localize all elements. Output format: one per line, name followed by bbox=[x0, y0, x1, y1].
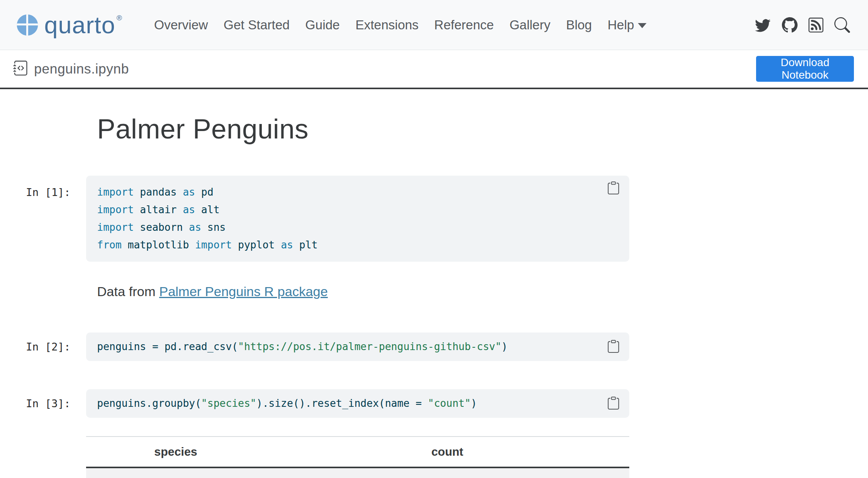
code-token: pandas bbox=[134, 186, 183, 198]
table-header-row: species count bbox=[86, 437, 629, 467]
nav-item-help-label: Help bbox=[607, 18, 634, 32]
code-token: "count" bbox=[428, 397, 471, 409]
column-header-species: species bbox=[86, 437, 265, 467]
nav-item-help[interactable]: Help bbox=[600, 18, 654, 32]
nav-item-gallery[interactable]: Gallery bbox=[502, 18, 558, 32]
code-token: pd bbox=[195, 186, 213, 198]
nav-item-get-started[interactable]: Get Started bbox=[216, 18, 297, 32]
code-block: penguins = pd.read_csv("https://pos.it/p… bbox=[86, 332, 629, 361]
code-token: import bbox=[97, 204, 134, 216]
cell-execution-count: In [3]: bbox=[0, 395, 70, 412]
code-token: altair bbox=[134, 204, 183, 216]
code-token: pyplot bbox=[232, 239, 281, 251]
code-token: alt bbox=[195, 204, 220, 216]
github-icon[interactable] bbox=[782, 17, 798, 33]
code-token: from bbox=[97, 239, 122, 251]
navbar-icon-group bbox=[755, 17, 850, 33]
journal-code-icon bbox=[13, 61, 28, 77]
code-token: sns bbox=[201, 221, 226, 233]
code-token: plt bbox=[293, 239, 318, 251]
code-token: ).size().reset_index(name = bbox=[256, 397, 428, 409]
nav-item-extensions[interactable]: Extensions bbox=[348, 18, 426, 32]
nav-item-reference[interactable]: Reference bbox=[427, 18, 502, 32]
code-token: import bbox=[195, 239, 232, 251]
dataframe-output: species count bbox=[86, 436, 629, 478]
twitter-icon[interactable] bbox=[755, 17, 771, 33]
code-token: import bbox=[97, 221, 134, 233]
code-token: as bbox=[183, 204, 195, 216]
copy-code-button[interactable] bbox=[607, 181, 620, 196]
code-token: import bbox=[97, 186, 134, 198]
code-content: penguins.groupby("species").size().reset… bbox=[97, 395, 618, 412]
data-source-paragraph: Data from Palmer Penguins R package bbox=[97, 284, 629, 299]
quarto-docs-page: quarto ® Overview Get Started Guide Exte… bbox=[0, 0, 868, 478]
copy-code-button[interactable] bbox=[607, 397, 620, 411]
search-icon[interactable] bbox=[834, 17, 850, 33]
notebook-cell: In [3]: penguins.groupby("species").size… bbox=[86, 389, 629, 418]
quarto-globe-icon bbox=[17, 14, 38, 36]
table-cell bbox=[265, 467, 629, 478]
notebook-content: Palmer Penguins In [1]: import pandas as… bbox=[86, 114, 629, 478]
code-token: as bbox=[189, 221, 201, 233]
notebook-cell: In [2]: penguins = pd.read_csv("https://… bbox=[86, 332, 629, 361]
code-token: "species" bbox=[201, 397, 256, 409]
code-token: matplotlib bbox=[122, 239, 195, 251]
cell-execution-count: In [1]: bbox=[0, 183, 70, 201]
table-row bbox=[86, 467, 629, 478]
notebook-cell: In [1]: import pandas as pd import altai… bbox=[86, 176, 629, 262]
code-token: as bbox=[183, 186, 195, 198]
code-token: ) bbox=[471, 397, 477, 409]
nav-item-guide[interactable]: Guide bbox=[297, 18, 348, 32]
rss-icon[interactable] bbox=[809, 18, 823, 32]
nav-item-overview[interactable]: Overview bbox=[146, 18, 216, 32]
page-title: Palmer Penguins bbox=[97, 114, 629, 144]
top-navbar: quarto ® Overview Get Started Guide Exte… bbox=[0, 0, 868, 50]
code-block: import pandas as pd import altair as alt… bbox=[86, 176, 629, 262]
download-notebook-button[interactable]: Download Notebook bbox=[756, 56, 854, 82]
code-content: import pandas as pd import altair as alt… bbox=[97, 183, 618, 254]
code-token: ) bbox=[501, 341, 508, 352]
palmer-penguins-link[interactable]: Palmer Penguins R package bbox=[159, 284, 328, 299]
quarto-logo[interactable]: quarto ® bbox=[17, 11, 122, 39]
code-token: seaborn bbox=[134, 221, 189, 233]
code-token: "https://pos.it/palmer-penguins-github-c… bbox=[238, 341, 501, 352]
notebook-filename: penguins.ipynb bbox=[34, 61, 129, 77]
code-block: penguins.groupby("species").size().reset… bbox=[86, 389, 629, 418]
code-token: penguins = pd.read_csv( bbox=[97, 341, 238, 352]
cell-execution-count: In [2]: bbox=[0, 338, 70, 356]
primary-nav: Overview Get Started Guide Extensions Re… bbox=[146, 18, 655, 32]
notebook-file: penguins.ipynb bbox=[13, 61, 129, 77]
nav-item-blog[interactable]: Blog bbox=[558, 18, 600, 32]
caret-down-icon bbox=[638, 23, 646, 28]
column-header-count: count bbox=[265, 437, 629, 467]
copy-code-button[interactable] bbox=[607, 340, 620, 354]
code-token: as bbox=[281, 239, 293, 251]
paragraph-text: Data from bbox=[97, 284, 159, 299]
registered-trademark: ® bbox=[117, 14, 122, 22]
code-token: penguins.groupby( bbox=[97, 397, 201, 409]
quarto-logo-text: quarto bbox=[44, 11, 115, 39]
code-content: penguins = pd.read_csv("https://pos.it/p… bbox=[97, 338, 618, 356]
notebook-file-bar: penguins.ipynb Download Notebook bbox=[0, 50, 868, 89]
table-cell bbox=[86, 467, 265, 478]
